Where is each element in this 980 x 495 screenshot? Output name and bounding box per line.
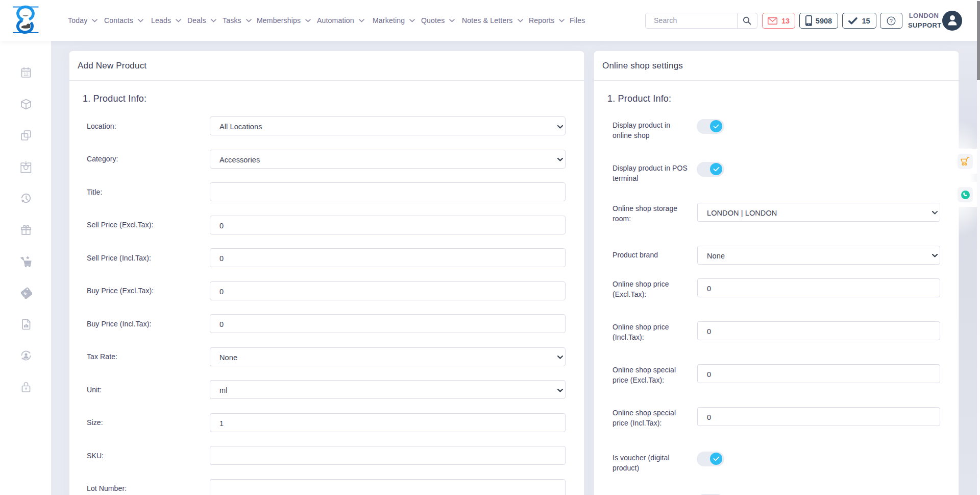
svg-text:?: ? bbox=[890, 18, 893, 24]
svg-text:12: 12 bbox=[23, 72, 29, 77]
